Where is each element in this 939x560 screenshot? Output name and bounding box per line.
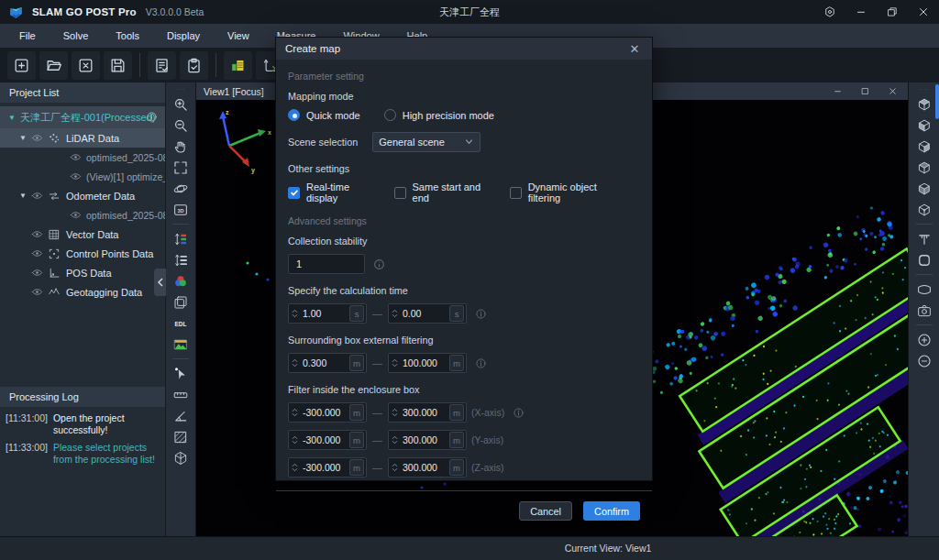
confirm-button[interactable]: Confirm: [583, 501, 640, 521]
tree-item-control-points-data[interactable]: Control Points Data: [0, 244, 165, 263]
visibility-eye-icon[interactable]: [31, 228, 43, 240]
cube-back-view-button[interactable]: [912, 178, 936, 199]
cube-front-view-button[interactable]: [912, 115, 936, 136]
number-input[interactable]: 0.00s: [388, 303, 467, 324]
cancel-button[interactable]: Cancel: [519, 501, 572, 521]
info-icon[interactable]: [475, 357, 487, 369]
spinner-icon[interactable]: [389, 408, 401, 417]
collapse-panel-button[interactable]: [154, 269, 166, 296]
visibility-eye-icon[interactable]: [31, 247, 43, 259]
visibility-eye-icon[interactable]: [70, 170, 82, 182]
checkbox-same-start-and-end[interactable]: Same start and end: [394, 181, 510, 203]
section-tool-button[interactable]: [912, 228, 936, 249]
cube-top-view-button[interactable]: [912, 93, 936, 115]
number-input[interactable]: -300.000m: [288, 457, 367, 478]
spinner-icon[interactable]: [289, 463, 301, 472]
scene-selection-dropdown[interactable]: General scene: [372, 132, 481, 152]
settings-gear-button[interactable]: [814, 0, 845, 24]
gradient-map-button[interactable]: [169, 334, 193, 355]
dialog-close-icon[interactable]: ✕: [626, 42, 643, 56]
pan-tool-button[interactable]: [169, 136, 193, 157]
visibility-eye-icon[interactable]: [31, 267, 43, 279]
menu-file[interactable]: File: [6, 24, 50, 48]
snapshot-camera-button[interactable]: [912, 300, 936, 321]
tree-item-optimised-2025-08-15-15-[interactable]: optimised_2025-08-15_15...: [0, 148, 165, 167]
collection-stability-input[interactable]: 1: [288, 254, 365, 274]
viewport-close-button[interactable]: [878, 82, 906, 100]
tree-item-geotagging-data[interactable]: Geotagging Data: [0, 282, 165, 302]
orbit-view-button[interactable]: [169, 178, 193, 199]
visibility-eye-icon[interactable]: [70, 151, 82, 163]
checkbox-icon[interactable]: [394, 187, 406, 199]
viewport-maximize-button[interactable]: [851, 82, 878, 100]
visibility-eye-icon[interactable]: [31, 286, 43, 298]
viewport-box-tool-button[interactable]: [912, 279, 936, 300]
number-input[interactable]: 300.000m: [388, 402, 467, 423]
volume-tool-button[interactable]: [169, 447, 193, 468]
visibility-eye-icon[interactable]: [31, 132, 43, 144]
expand-arrow-icon[interactable]: ▼: [7, 114, 17, 122]
spinner-icon[interactable]: [389, 463, 401, 472]
tree-item--view-1-optimize-optimi-[interactable]: (View)[1] optimize_optimi...: [0, 167, 165, 186]
radio-icon[interactable]: [288, 109, 300, 121]
expand-arrow-icon[interactable]: ▼: [18, 192, 28, 200]
radio-quick-mode[interactable]: Quick mode: [288, 109, 384, 121]
zoom-in-tool-button[interactable]: [169, 93, 193, 115]
tree-item-lidar-data[interactable]: ▼LiDAR Data: [0, 128, 165, 148]
new-project-button[interactable]: [7, 51, 36, 80]
angle-tool-button[interactable]: [169, 405, 193, 426]
cube-left-view-button[interactable]: [912, 136, 936, 157]
info-icon[interactable]: [513, 407, 525, 419]
number-input[interactable]: 100.000m: [388, 353, 467, 373]
solve-task-button[interactable]: [148, 51, 176, 80]
rounded-box-tool-button[interactable]: [912, 249, 936, 270]
height-colorize-button[interactable]: [169, 228, 193, 249]
intensity-colorize-button[interactable]: [169, 249, 193, 270]
zoom-out-tool-button[interactable]: [169, 115, 193, 136]
open-project-button[interactable]: [39, 51, 68, 80]
view-3d-button[interactable]: 3D: [169, 199, 193, 220]
number-input[interactable]: 300.000m: [388, 457, 467, 478]
number-input[interactable]: -300.000m: [288, 402, 367, 423]
visibility-eye-icon[interactable]: [70, 209, 82, 221]
viewport-minimize-button[interactable]: [823, 82, 851, 100]
checkbox-real-time-display[interactable]: Real-time display: [288, 181, 394, 203]
color-wheel-button[interactable]: [169, 270, 193, 291]
expand-arrow-icon[interactable]: ▼: [18, 134, 28, 142]
edl-toggle-button[interactable]: EDL: [169, 313, 193, 334]
spinner-icon[interactable]: [389, 358, 401, 368]
menu-tools[interactable]: Tools: [102, 24, 153, 48]
cube-right-view-button[interactable]: [912, 157, 936, 178]
tree-item-optimised-2025-08-15-15-[interactable]: optimised_2025-08-15_15...: [0, 205, 165, 225]
scrollbar-thumb[interactable]: [935, 84, 939, 119]
number-input[interactable]: 1.00s: [288, 303, 367, 324]
spinner-icon[interactable]: [289, 408, 301, 417]
zoom-in-circle-button[interactable]: [912, 329, 936, 350]
radio-icon[interactable]: [384, 109, 396, 121]
checkbox-icon[interactable]: [510, 187, 522, 199]
create-map-button[interactable]: [224, 51, 252, 80]
cube-iso-view-button[interactable]: [912, 199, 936, 220]
number-input[interactable]: 0.300m: [288, 353, 367, 373]
restore-button[interactable]: [877, 0, 908, 24]
zoom-out-circle-button[interactable]: [912, 350, 936, 371]
checkbox-icon[interactable]: [288, 187, 300, 199]
tree-item-odometer-data[interactable]: ▼Odometer Data: [0, 186, 165, 205]
spinner-icon[interactable]: [289, 358, 301, 368]
ruler-tool-button[interactable]: [169, 384, 193, 405]
spinner-icon[interactable]: [389, 309, 401, 318]
area-tool-button[interactable]: [169, 426, 193, 447]
tree-item--001-processed-[interactable]: ▼天津工厂全程-001(Processed): [0, 106, 165, 128]
radio-high-precision-mode[interactable]: High precision mode: [384, 109, 518, 121]
visibility-eye-icon[interactable]: [31, 190, 43, 202]
fit-view-button[interactable]: [169, 157, 193, 178]
dialog-header[interactable]: Create map ✕: [276, 38, 652, 60]
minimize-button[interactable]: [845, 0, 877, 24]
select-tool-button[interactable]: [169, 363, 193, 384]
tree-item-vector-data[interactable]: Vector Data: [0, 225, 165, 244]
spinner-icon[interactable]: [389, 435, 401, 445]
close-project-button[interactable]: [72, 51, 100, 80]
clipboard-task-button[interactable]: [180, 51, 208, 80]
number-input[interactable]: -300.000m: [288, 430, 367, 450]
info-icon[interactable]: [475, 308, 487, 320]
